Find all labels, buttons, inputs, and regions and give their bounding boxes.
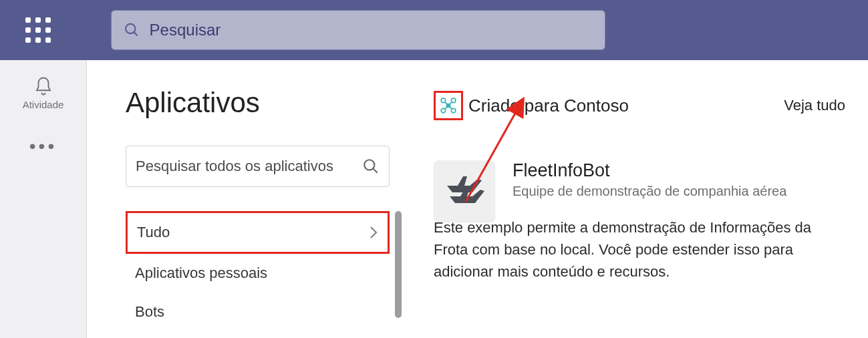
see-all-link[interactable]: Veja tudo bbox=[784, 97, 848, 114]
left-rail: Atividade ••• bbox=[0, 60, 87, 338]
app-info: FleetInfoBot Equipe de demonstração de c… bbox=[513, 160, 848, 283]
airplane-icon bbox=[443, 170, 486, 212]
category-all[interactable]: Tudo bbox=[126, 211, 390, 254]
rail-more[interactable]: ••• bbox=[29, 136, 57, 157]
svg-line-1 bbox=[134, 32, 137, 35]
svg-line-4 bbox=[373, 168, 378, 173]
global-search[interactable] bbox=[111, 10, 605, 50]
svg-point-3 bbox=[364, 160, 374, 170]
app-name: FleetInfoBot bbox=[513, 160, 848, 181]
rail-activity-label: Atividade bbox=[23, 99, 64, 110]
category-personal-label: Aplicativos pessoais bbox=[135, 265, 267, 282]
global-search-input[interactable] bbox=[150, 21, 593, 39]
app-launcher-icon[interactable] bbox=[25, 17, 51, 43]
category-all-label: Tudo bbox=[137, 224, 170, 241]
search-icon bbox=[362, 158, 380, 175]
bell-icon bbox=[33, 76, 53, 96]
section-header: Criado para Contoso Veja tudo bbox=[434, 91, 848, 120]
category-personal[interactable]: Aplicativos pessoais bbox=[126, 254, 390, 293]
org-icon-highlight bbox=[434, 91, 463, 120]
section-title: Criado para Contoso bbox=[468, 96, 784, 116]
svg-point-0 bbox=[126, 24, 135, 33]
rail-activity[interactable]: Atividade bbox=[23, 76, 64, 110]
category-bots-label: Bots bbox=[135, 303, 164, 321]
apps-search-placeholder: Pesquisar todos os aplicativos bbox=[136, 158, 333, 175]
category-scrollbar[interactable] bbox=[395, 211, 402, 318]
page-title: Aplicativos bbox=[126, 87, 390, 119]
main-content: Aplicativos Pesquisar todos os aplicativ… bbox=[87, 60, 868, 338]
apps-search[interactable]: Pesquisar todos os aplicativos bbox=[126, 146, 390, 187]
app-tile bbox=[434, 160, 495, 222]
app-card[interactable]: FleetInfoBot Equipe de demonstração de c… bbox=[434, 160, 848, 283]
category-list: Tudo Aplicativos pessoais Bots bbox=[126, 211, 390, 331]
app-subtitle: Equipe de demonstração de companhia aére… bbox=[513, 184, 848, 199]
org-drone-icon bbox=[440, 97, 457, 114]
svg-rect-11 bbox=[446, 104, 451, 108]
app-description: Este exemplo permite a demonstração de I… bbox=[434, 216, 815, 283]
top-bar bbox=[0, 0, 868, 60]
search-icon bbox=[124, 21, 140, 39]
category-bots[interactable]: Bots bbox=[126, 293, 390, 331]
chevron-right-icon bbox=[369, 224, 378, 240]
